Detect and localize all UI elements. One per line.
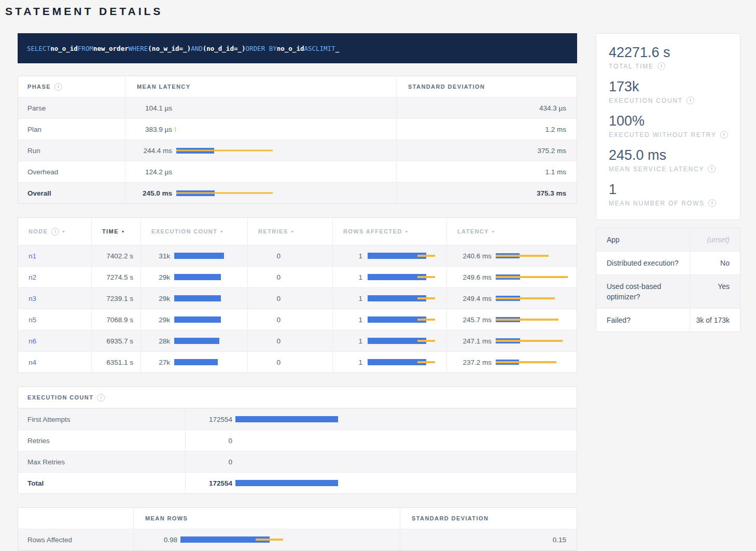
phase-cell-label: Parse: [18, 98, 125, 118]
phase-row: Overhead124.2 µs1.1 ms: [18, 161, 577, 182]
cell-value: 245.7 ms: [447, 316, 492, 324]
cell-value: 124.2 µs: [125, 168, 172, 176]
sort-arrow-icon[interactable]: ▾: [62, 229, 64, 234]
node-cell-node: n1: [18, 245, 91, 266]
bar-mean: [174, 274, 221, 280]
bar-chart: [174, 338, 219, 344]
node-link[interactable]: n2: [29, 273, 36, 281]
time-value: 7239.1 s: [106, 295, 133, 302]
column-header-standard-deviation[interactable]: Standard Deviation: [400, 508, 577, 529]
sql-keyword: ORDER BY: [246, 45, 277, 52]
cell-value: 29k: [141, 316, 170, 324]
node-cell-rows-affected: 1: [332, 330, 446, 351]
stat-label-text: Mean Number of Rows: [609, 200, 705, 207]
sql-identifier: no_o_id: [50, 45, 78, 52]
sql-keyword: WHERE: [129, 45, 148, 52]
phase-cell-mean-latency: 245.0 ms: [125, 183, 396, 203]
column-header-retries[interactable]: Retries▾: [247, 218, 332, 245]
info-icon[interactable]: i: [687, 97, 694, 104]
stat-label-text: Execution Count: [609, 97, 683, 104]
app-detail-label: App: [596, 228, 690, 251]
column-header-label: Retries: [258, 228, 288, 235]
column-header-phase[interactable]: Phasei: [18, 76, 125, 97]
stat-value: 100%: [609, 113, 730, 129]
sort-arrow-icon[interactable]: ▾: [405, 229, 408, 234]
bar-chart: [496, 338, 520, 343]
node-table-header: Nodei▾Time▾Execution Count▾Retries▾Rows …: [18, 218, 577, 245]
stat-value: 42271.6 s: [609, 44, 730, 61]
bar-chart: [368, 295, 426, 301]
column-header-rows-affected[interactable]: Rows Affected▾: [332, 218, 446, 245]
info-icon[interactable]: i: [657, 62, 665, 70]
retries-value: 0: [276, 337, 281, 345]
stddev-value: 375.3 ms: [537, 189, 566, 197]
app-detail-row: Used cost-based optimizer?Yes: [596, 274, 740, 308]
cell-value: 1: [333, 359, 362, 366]
exec-cell-label: Max Retries: [18, 451, 185, 472]
cell-value: 0.98: [134, 536, 177, 544]
sort-arrow-icon[interactable]: ▾: [220, 229, 222, 234]
bar-stddev: [417, 340, 435, 342]
exec-label: First Attempts: [27, 416, 71, 423]
bar-stddev: [496, 255, 549, 257]
info-icon[interactable]: i: [708, 199, 716, 207]
phase-cell-standard-deviation: 1.1 ms: [396, 161, 577, 182]
node-link[interactable]: n1: [29, 252, 36, 260]
node-link[interactable]: n5: [29, 316, 36, 324]
bar-stddev: [496, 297, 555, 299]
info-icon[interactable]: i: [97, 394, 105, 402]
column-header-standard-deviation[interactable]: Standard Deviation: [396, 76, 577, 97]
phase-cell-mean-latency: 244.4 ms: [125, 140, 396, 161]
phase-cell-standard-deviation: 434.3 µs: [396, 98, 577, 118]
node-cell-node: n3: [18, 288, 91, 309]
stat-label: Mean Number of Rowsi: [609, 199, 730, 207]
app-detail-value: (unset): [690, 228, 740, 251]
sort-arrow-icon[interactable]: ▾: [492, 229, 494, 234]
bar-stddev: [417, 319, 435, 321]
bar-stddev: [417, 361, 435, 363]
rows-cell-mean: 0.98: [133, 529, 400, 550]
sort-arrow-icon[interactable]: ▾: [122, 229, 124, 234]
sql-keyword: ASC: [304, 45, 316, 52]
bar-stddev: [496, 361, 556, 363]
column-header-latency[interactable]: Latency▾: [446, 218, 577, 245]
info-icon[interactable]: i: [720, 131, 728, 139]
column-header-mean-latency[interactable]: Mean Latency: [125, 76, 396, 97]
sort-arrow-icon[interactable]: ▾: [291, 229, 293, 234]
info-icon[interactable]: i: [708, 165, 716, 173]
page-title: STATEMENT DETAILS: [5, 5, 756, 18]
node-row: n27274.5 s29k01249.6 ms: [18, 266, 577, 287]
main-column: SELECT no_o_id FROM new_order WHERE (no_…: [18, 33, 577, 550]
column-header-node[interactable]: Nodei▾: [18, 218, 91, 245]
sql-identifier: =: [234, 45, 238, 52]
info-icon[interactable]: i: [51, 228, 59, 236]
node-cell-rows-affected: 1: [332, 309, 446, 330]
bar-stddev: [496, 276, 568, 278]
retries-value: 0: [276, 252, 281, 260]
rows-affected-table: Mean RowsStandard DeviationRows Affected…: [18, 507, 577, 550]
node-cell-execution-count: 29k: [141, 288, 247, 309]
node-link[interactable]: n3: [29, 295, 36, 302]
sql-identifier: _): [237, 45, 245, 52]
column-header-label: Rows Affected: [343, 228, 402, 235]
bar-chart: [496, 360, 519, 365]
bar-chart: [180, 536, 270, 543]
node-cell-execution-count: 31k: [141, 245, 247, 266]
node-cell-rows-affected: 1: [332, 245, 446, 266]
retries-value: 0: [276, 273, 281, 281]
node-row: n37239.1 s29k01249.4 ms: [18, 287, 577, 309]
bar-chart: [174, 295, 221, 301]
info-icon[interactable]: i: [54, 83, 62, 91]
node-link[interactable]: n6: [29, 337, 36, 345]
stat-value: 173k: [609, 78, 730, 95]
column-header-mean-rows[interactable]: Mean Rows: [133, 508, 400, 529]
column-header-time[interactable]: Time▾: [91, 218, 141, 245]
stat-value: 245.0 ms: [609, 147, 730, 163]
bar-chart: [176, 190, 215, 196]
cell-value: 31k: [141, 252, 170, 260]
stddev-value: 0.15: [553, 536, 566, 544]
column-header-execution-count[interactable]: Execution Count▾: [141, 218, 247, 245]
node-link[interactable]: n4: [29, 359, 36, 366]
exec-label: Total: [27, 479, 44, 487]
cell-value: 0: [186, 437, 232, 445]
